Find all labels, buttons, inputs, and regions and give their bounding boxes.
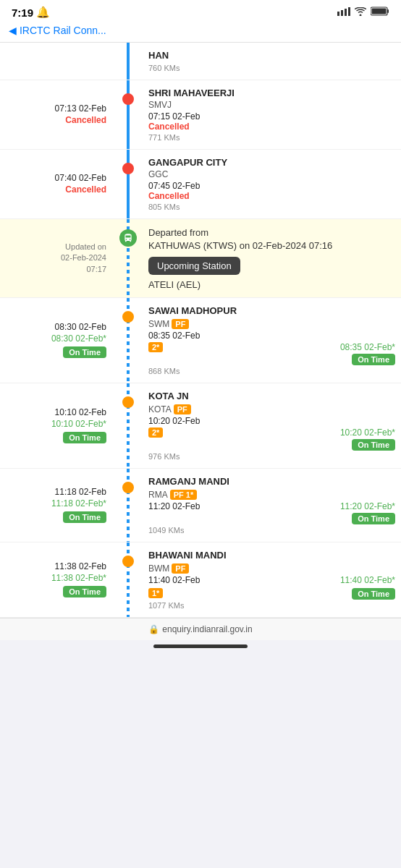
left-col: 11:18 02-Feb 11:18 02-Feb* On Time [0,469,112,542]
center-col [112,542,144,617]
table-row: 10:10 02-Feb 10:10 02-Feb* On Time KOTA … [0,383,401,469]
updated-label: Updated on02-Feb-202407:17 [61,242,106,275]
station-name: RAMGANJ MANDI [148,476,395,488]
station-dot [122,163,134,174]
actual-arrival: 10:10 02-Feb* [51,419,106,429]
right-col: HAN 760 KMs [144,43,401,80]
station-code: SWM [148,319,169,329]
center-col [112,80,144,149]
right-col: SAWAI MADHOPUR SWM PF 08:35 02-Feb 2* 08… [144,298,401,383]
station-code: RMA [148,490,168,500]
cancelled-badge: Cancelled [65,115,106,125]
km-text: 805 KMs [148,203,395,211]
station-dot [122,311,134,323]
station-name: KOTA JN [148,391,395,403]
km-text: 1049 KMs [148,526,395,535]
ontime-badge: On Time [63,346,106,358]
url-bar: 🔒 enquiry.indianrail.gov.in [0,618,401,640]
back-button[interactable]: ◀ IRCTC Rail Conn... [9,25,106,36]
station-name: GANGAPUR CITY [148,157,395,169]
actual-arrival: 11:38 02-Feb* [51,573,106,583]
actual-depart: 08:35 02-Feb* [340,342,395,352]
table-row: 07:13 02-Feb Cancelled SHRI MAHAVEERJI S… [0,80,401,150]
table-row: 11:18 02-Feb 11:18 02-Feb* On Time RAMGA… [0,469,401,542]
platform-num: 2* [148,427,163,438]
nav-bar: ◀ IRCTC Rail Conn... [0,22,401,43]
lock-icon: 🔒 [148,624,159,634]
arrival-time: 08:30 02-Feb [55,322,106,332]
timeline: HAN 760 KMs 07:13 02-Feb Cancelled SHRI … [0,43,401,618]
svg-point-4 [360,14,362,16]
bell-icon: 🔔 [36,6,50,19]
depart-time: 07:45 02-Feb [148,181,200,191]
depart-time: 07:15 02-Feb [148,111,200,122]
ontime-badge: On Time [352,513,395,524]
ontime-badge: On Time [63,432,106,443]
station-dot [122,396,134,408]
signal-icon [337,7,350,18]
timeline-line [127,80,130,149]
arrival-time: 11:18 02-Feb [55,487,106,497]
current-location-row: Updated on02-Feb-202407:17 Departed from… [0,219,401,298]
ontime-badge: On Time [352,354,395,365]
svg-rect-7 [372,9,387,14]
center-col [112,43,144,80]
right-col: Departed fromKATHUWAS (KTWS) on 02-Feb-2… [144,219,401,297]
depart-time: 08:35 02-Feb [148,331,200,341]
station-code: GGC [148,169,395,179]
actual-arrival: 11:18 02-Feb* [51,498,106,509]
km-text: 1077 KMs [148,601,395,610]
station-name: SHRI MAHAVEERJI [148,88,395,100]
svg-rect-6 [387,9,389,13]
left-col: 11:38 02-Feb 11:38 02-Feb* On Time [0,542,112,617]
station-dot [122,93,134,105]
arrival-time: 11:38 02-Feb [55,561,106,571]
platform-badge: PF 1* [170,490,198,500]
left-col: 07:13 02-Feb Cancelled [0,80,112,149]
right-col: SHRI MAHAVEERJI SMVJ 07:15 02-Feb Cancel… [144,80,401,149]
cancelled-badge: Cancelled [148,191,395,201]
actual-arrival: 08:30 02-Feb* [51,333,106,344]
left-col: 07:40 02-Feb Cancelled [0,150,112,218]
actual-depart: 11:20 02-Feb* [340,501,395,511]
table-row: 07:40 02-Feb Cancelled GANGAPUR CITY GGC… [0,150,401,219]
km-text: 760 KMs [148,64,395,72]
cancelled-badge: Cancelled [148,122,395,132]
wifi-icon [355,7,366,18]
right-col: KOTA JN KOTA PF 10:20 02-Feb 2* 10:20 02… [144,383,401,468]
table-row: 08:30 02-Feb 08:30 02-Feb* On Time SAWAI… [0,298,401,383]
time-display: 7:19 [12,7,33,19]
arrival-time: 07:40 02-Feb [55,173,106,183]
table-row: HAN 760 KMs [0,43,401,80]
svg-rect-1 [341,10,343,16]
url-text: enquiry.indianrail.gov.in [162,624,252,634]
depart-time: 11:40 02-Feb [148,575,200,585]
home-indicator [153,644,248,648]
left-col: Updated on02-Feb-202407:17 [0,219,112,297]
left-col: 10:10 02-Feb 10:10 02-Feb* On Time [0,383,112,468]
timeline-line [127,43,130,80]
depart-time: 10:20 02-Feb [148,416,200,426]
km-text: 976 KMs [148,452,395,461]
center-col [112,383,144,468]
platform-num: 2* [148,342,163,352]
km-text: 771 KMs [148,133,395,142]
station-code: BWM [148,563,169,574]
station-name: HAN [148,50,395,62]
station-name: SAWAI MADHOPUR [148,305,395,318]
left-col: 08:30 02-Feb 08:30 02-Feb* On Time [0,298,112,383]
timeline-line [127,469,130,542]
main-content: HAN 760 KMs 07:13 02-Feb Cancelled SHRI … [0,43,401,618]
ontime-badge: On Time [352,588,395,600]
center-col [112,219,144,297]
battery-icon [371,7,389,18]
ontime-badge: On Time [352,439,395,451]
arrival-time: 07:13 02-Feb [55,103,106,114]
timeline-line [127,542,130,617]
departed-text: Departed fromKATHUWAS (KTWS) on 02-Feb-2… [148,226,395,252]
km-text: 868 KMs [148,367,395,375]
platform-badge: PF [172,319,189,329]
cancelled-badge: Cancelled [65,184,106,195]
center-col [112,469,144,542]
table-row: 11:38 02-Feb 11:38 02-Feb* On Time BHAWA… [0,542,401,618]
